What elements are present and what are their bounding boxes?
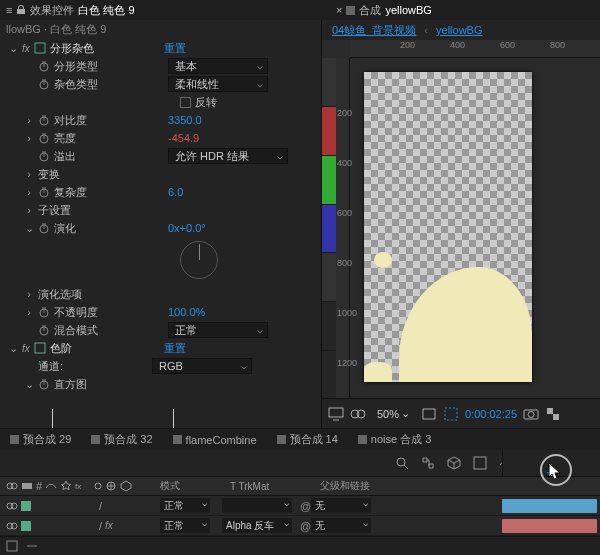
svg-rect-20	[553, 414, 559, 420]
stopwatch-icon[interactable]	[38, 324, 50, 336]
reset-link[interactable]: 重置	[164, 41, 186, 56]
noise-type-dropdown[interactable]: 柔和线性	[168, 76, 268, 92]
channel-dropdown[interactable]: RGB	[152, 358, 252, 374]
twirl-right-icon[interactable]: ›	[24, 186, 34, 198]
comp-panel-tab[interactable]: × 合成 yellowBG	[330, 1, 438, 20]
contrast-value[interactable]: 3350.0	[168, 114, 202, 126]
layer-duration-bar[interactable]	[502, 519, 597, 533]
shy-col-icon[interactable]	[45, 480, 57, 492]
resolution-icon[interactable]	[421, 406, 437, 422]
twirl-down-icon[interactable]: ⌄	[8, 42, 18, 55]
col-trkmat[interactable]: T TrkMat	[230, 481, 320, 492]
timeline-tab[interactable]: 预合成 14	[267, 429, 348, 450]
twirl-right-icon[interactable]: ›	[24, 132, 34, 144]
visibility-icon[interactable]	[6, 520, 18, 532]
camera-icon[interactable]	[523, 406, 539, 422]
fx-badge-icon[interactable]: fx	[22, 343, 30, 354]
timeline-tab[interactable]: 预合成 32	[81, 429, 162, 450]
fractal-type-dropdown[interactable]: 基本	[168, 58, 268, 74]
cube-icon[interactable]	[446, 455, 462, 471]
layer-parent-dropdown[interactable]: 无	[311, 518, 371, 533]
ruler-horizontal: 200400600800	[350, 40, 600, 58]
stopwatch-icon[interactable]	[38, 222, 50, 234]
av-features-icon[interactable]	[6, 480, 18, 492]
checkbox[interactable]	[180, 97, 191, 108]
timeline-layer-row[interactable]: /fx正常Alpha 反车@无	[0, 516, 600, 536]
svg-point-30	[95, 483, 101, 489]
evolution-value[interactable]: 0x+0.0°	[168, 222, 206, 234]
label-color[interactable]	[21, 521, 31, 531]
current-time[interactable]: 0:00:02:25	[465, 408, 517, 420]
pickwhip-icon[interactable]: @	[300, 500, 311, 512]
opacity-value[interactable]: 100.0%	[168, 306, 205, 318]
star-icon[interactable]	[60, 480, 72, 492]
viewer[interactable]: 200400600800 20040060080010001200	[322, 40, 600, 400]
adjust-icon[interactable]	[105, 480, 117, 492]
complexity-value[interactable]: 6.0	[168, 186, 183, 198]
layer-duration-bar[interactable]	[502, 499, 597, 513]
zoom-slider-icon[interactable]	[26, 540, 38, 552]
monitor-icon[interactable]	[328, 406, 344, 422]
layer-parent-dropdown[interactable]: 无	[311, 498, 371, 513]
effect-name: 分形杂色	[50, 41, 160, 56]
timeline-tab[interactable]: flameCombine	[163, 431, 267, 449]
comp-flowchart-icon[interactable]	[420, 455, 436, 471]
panel-title: 效果控件	[30, 3, 74, 18]
twirl-right-icon[interactable]: ›	[24, 204, 34, 216]
region-icon[interactable]	[443, 406, 459, 422]
label-icon[interactable]	[21, 480, 33, 492]
svg-point-35	[11, 523, 17, 529]
col-parent[interactable]: 父级和链接	[320, 479, 410, 493]
comp-nav-current[interactable]: yellowBG	[436, 24, 482, 36]
canvas[interactable]	[364, 72, 532, 382]
transparency-grid-icon[interactable]	[545, 406, 561, 422]
twirl-down-icon[interactable]: ⌄	[24, 378, 34, 391]
stopwatch-icon[interactable]	[38, 378, 50, 390]
twirl-right-icon[interactable]: ›	[24, 114, 34, 126]
pickwhip-icon[interactable]: @	[300, 520, 311, 532]
blur-col-icon[interactable]	[90, 480, 102, 492]
layer-trkmat-dropdown[interactable]: Alpha 反车	[222, 518, 292, 533]
stopwatch-icon[interactable]	[38, 186, 50, 198]
angle-dial[interactable]	[180, 241, 218, 279]
label-color[interactable]	[21, 501, 31, 511]
twirl-right-icon[interactable]: ›	[24, 288, 34, 300]
twirl-down-icon[interactable]: ⌄	[24, 222, 34, 235]
fx-badge-icon[interactable]: fx	[22, 43, 30, 54]
stopwatch-icon[interactable]	[38, 306, 50, 318]
twirl-right-icon[interactable]: ›	[24, 168, 34, 180]
overflow-dropdown[interactable]: 允许 HDR 结果	[168, 148, 288, 164]
panel-target: 白色 纯色 9	[78, 3, 134, 18]
blend-mode-dropdown[interactable]: 正常	[168, 322, 268, 338]
histogram-display[interactable]	[0, 397, 321, 428]
stopwatch-icon[interactable]	[38, 114, 50, 126]
twirl-down-icon[interactable]: ⌄	[8, 342, 18, 355]
svg-point-33	[11, 503, 17, 509]
toggle-switches-icon[interactable]	[6, 540, 18, 552]
timeline-tab[interactable]: 预合成 29	[0, 429, 81, 450]
effect-header-levels[interactable]: ⌄ fx 色阶 重置	[0, 339, 321, 357]
twirl-right-icon[interactable]: ›	[24, 306, 34, 318]
reset-link[interactable]: 重置	[164, 341, 186, 356]
col-mode[interactable]: 模式	[160, 479, 230, 493]
fx-col-icon[interactable]: fx	[75, 480, 87, 492]
layer-mode-dropdown[interactable]: 正常	[160, 518, 210, 533]
stopwatch-icon[interactable]	[38, 150, 50, 162]
layer-mode-dropdown[interactable]: 正常	[160, 498, 210, 513]
zoom-dropdown[interactable]: 50% ⌄	[372, 405, 415, 422]
comp-nav-back[interactable]: 04鲸鱼_背景视频	[332, 23, 416, 38]
stereo-icon[interactable]	[350, 406, 366, 422]
search-icon[interactable]	[394, 455, 410, 471]
stopwatch-icon[interactable]	[38, 132, 50, 144]
timeline-layer-row[interactable]: /正常@无	[0, 496, 600, 516]
draft3d-icon[interactable]	[472, 455, 488, 471]
brightness-value[interactable]: -454.9	[168, 132, 199, 144]
effects-panel-tab[interactable]: ≡ 效果控件 白色 纯色 9	[0, 1, 141, 20]
3d-icon[interactable]	[120, 480, 132, 492]
visibility-icon[interactable]	[6, 500, 18, 512]
timeline-tab[interactable]: noise 合成 3	[348, 429, 442, 450]
stopwatch-icon[interactable]	[38, 60, 50, 72]
stopwatch-icon[interactable]	[38, 78, 50, 90]
effect-header-fractal[interactable]: ⌄ fx 分形杂色 重置	[0, 39, 321, 57]
layer-trkmat-dropdown[interactable]	[222, 498, 292, 513]
